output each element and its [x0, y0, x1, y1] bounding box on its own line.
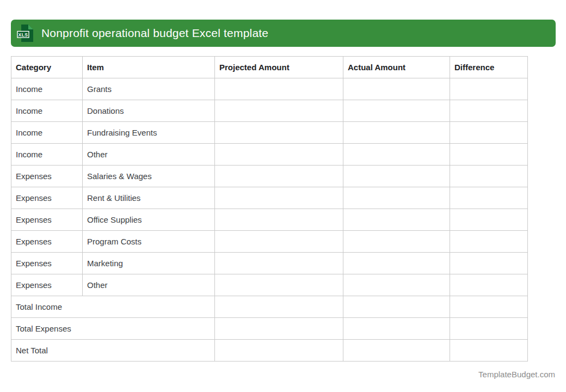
category-cell: Expenses: [11, 187, 83, 209]
item-cell: Other: [83, 274, 215, 296]
page-title: Nonprofit operational budget Excel templ…: [41, 27, 268, 40]
projected-amount-cell: [215, 187, 343, 209]
xls-icon-label: XLS: [18, 32, 28, 38]
actual-amount-cell: [343, 209, 450, 231]
actual-amount-cell: [343, 100, 450, 122]
actual-amount-cell: [343, 166, 450, 187]
difference-cell: [450, 144, 528, 166]
table-row: Expenses Marketing: [11, 253, 528, 274]
table-row: Expenses Program Costs: [11, 231, 528, 253]
item-cell: Marketing: [83, 253, 215, 274]
item-cell: Program Costs: [83, 231, 215, 253]
projected-amount-cell: [215, 78, 343, 100]
projected-amount-cell: [215, 318, 343, 340]
summary-row: Total Expenses: [11, 318, 528, 340]
summary-label-cell: Net Total: [11, 340, 215, 362]
projected-amount-cell: [215, 253, 343, 274]
template-banner: XLS Nonprofit operational budget Excel t…: [11, 20, 556, 47]
category-cell: Income: [11, 144, 83, 166]
item-cell: Salaries & Wages: [83, 166, 215, 187]
table-row: Expenses Office Supplies: [11, 209, 528, 231]
difference-cell: [450, 122, 528, 144]
difference-cell: [450, 318, 528, 340]
table-row: Income Fundraising Events: [11, 122, 528, 144]
category-cell: Income: [11, 78, 83, 100]
projected-amount-cell: [215, 231, 343, 253]
actual-amount-cell: [343, 318, 450, 340]
difference-cell: [450, 209, 528, 231]
actual-amount-cell: [343, 340, 450, 362]
difference-cell: [450, 100, 528, 122]
column-header-projected-amount: Projected Amount: [215, 57, 343, 78]
summary-row: Net Total: [11, 340, 528, 362]
category-cell: Expenses: [11, 274, 83, 296]
actual-amount-cell: [343, 187, 450, 209]
table-row: Expenses Other: [11, 274, 528, 296]
table-row: Income Other: [11, 144, 528, 166]
table-row: Income Donations: [11, 100, 528, 122]
projected-amount-cell: [215, 296, 343, 318]
difference-cell: [450, 231, 528, 253]
table-row: Expenses Salaries & Wages: [11, 166, 528, 187]
actual-amount-cell: [343, 78, 450, 100]
table-row: Expenses Rent & Utilities: [11, 187, 528, 209]
category-cell: Expenses: [11, 231, 83, 253]
category-cell: Income: [11, 122, 83, 144]
projected-amount-cell: [215, 340, 343, 362]
item-cell: Fundraising Events: [83, 122, 215, 144]
item-cell: Rent & Utilities: [83, 187, 215, 209]
column-header-actual-amount: Actual Amount: [343, 57, 450, 78]
projected-amount-cell: [215, 122, 343, 144]
xls-file-icon: XLS: [17, 24, 34, 42]
actual-amount-cell: [343, 274, 450, 296]
summary-label-cell: Total Income: [11, 296, 215, 318]
table-row: Income Grants: [11, 78, 528, 100]
actual-amount-cell: [343, 253, 450, 274]
column-header-difference: Difference: [450, 57, 528, 78]
actual-amount-cell: [343, 296, 450, 318]
summary-row: Total Income: [11, 296, 528, 318]
difference-cell: [450, 274, 528, 296]
difference-cell: [450, 296, 528, 318]
actual-amount-cell: [343, 144, 450, 166]
item-cell: Donations: [83, 100, 215, 122]
difference-cell: [450, 187, 528, 209]
projected-amount-cell: [215, 274, 343, 296]
column-header-item: Item: [83, 57, 215, 78]
difference-cell: [450, 78, 528, 100]
projected-amount-cell: [215, 166, 343, 187]
projected-amount-cell: [215, 100, 343, 122]
column-header-category: Category: [11, 57, 83, 78]
item-cell: Office Supplies: [83, 209, 215, 231]
item-cell: Other: [83, 144, 215, 166]
footer-site-name: TemplateBudget.com: [11, 370, 555, 379]
projected-amount-cell: [215, 144, 343, 166]
difference-cell: [450, 340, 528, 362]
item-cell: Grants: [83, 78, 215, 100]
budget-table: CategoryItemProjected AmountActual Amoun…: [11, 56, 528, 362]
difference-cell: [450, 253, 528, 274]
projected-amount-cell: [215, 209, 343, 231]
table-header-row: CategoryItemProjected AmountActual Amoun…: [11, 57, 528, 78]
actual-amount-cell: [343, 231, 450, 253]
difference-cell: [450, 166, 528, 187]
summary-label-cell: Total Expenses: [11, 318, 215, 340]
category-cell: Expenses: [11, 253, 83, 274]
category-cell: Expenses: [11, 166, 83, 187]
category-cell: Income: [11, 100, 83, 122]
category-cell: Expenses: [11, 209, 83, 231]
actual-amount-cell: [343, 122, 450, 144]
